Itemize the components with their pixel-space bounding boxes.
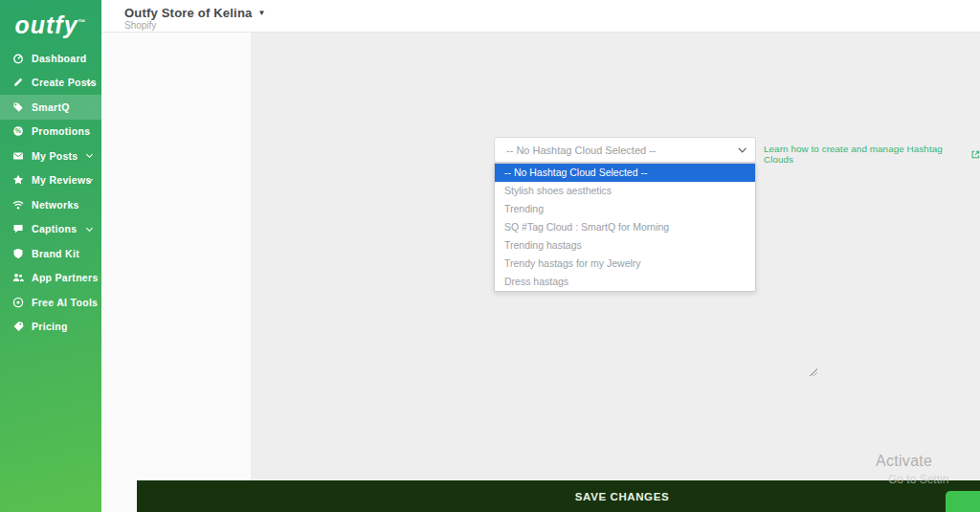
hashtag-clouds-help-link-text: Learn how to create and manage Hashtag C… — [764, 144, 968, 165]
logo-tm: ™ — [78, 18, 87, 27]
dropdown-option[interactable]: Trending — [495, 200, 755, 218]
chevron-down-icon — [86, 224, 93, 231]
sidebar-nav: Dashboard Create Posts SmartQ % Promotio… — [0, 46, 101, 339]
sidebar-item-label: Free AI Tools — [32, 297, 98, 308]
sidebar-item-label: My Posts — [32, 150, 78, 162]
star-icon — [12, 174, 24, 186]
sidebar-item-label: Captions — [32, 223, 77, 234]
textarea-resize-handle[interactable] — [810, 368, 817, 376]
store-name: Outfy Store of Kelina — [124, 6, 253, 20]
sidebar-item-label: Pricing — [32, 321, 68, 332]
activate-watermark-line1: Activate — [876, 453, 932, 470]
wifi-icon — [12, 199, 24, 211]
pencil-icon — [12, 77, 24, 88]
sidebar-item-free-ai-tools[interactable]: Free AI Tools — [0, 290, 101, 315]
hashtag-clouds-help-link[interactable]: Learn how to create and manage Hashtag C… — [764, 144, 980, 165]
sidebar-item-label: Dashboard — [32, 53, 87, 64]
sidebar-item-promotions[interactable]: % Promotions — [0, 120, 101, 145]
chevron-down-icon — [86, 175, 93, 182]
sidebar-item-label: App Partners — [32, 272, 99, 283]
sidebar-item-label: Networks — [32, 199, 79, 211]
dropdown-option[interactable]: Trending hastags — [495, 236, 755, 255]
sidebar-item-label: My Reviews — [32, 174, 92, 186]
sidebar-item-my-posts[interactable]: My Posts — [0, 144, 101, 168]
dropdown-option[interactable]: SQ #Tag Cloud : SmartQ for Morning — [495, 218, 755, 236]
target-icon — [12, 297, 24, 308]
shield-icon — [12, 248, 24, 259]
svg-text:%: % — [15, 128, 22, 135]
gauge-icon — [12, 53, 24, 64]
chevron-down-icon — [738, 145, 746, 152]
dropdown-option[interactable]: Dress hastags — [495, 273, 755, 291]
sidebar-item-app-partners[interactable]: App Partners — [0, 266, 101, 291]
sidebar-item-captions[interactable]: Captions — [0, 217, 101, 242]
chat-bubble-icon — [12, 223, 24, 234]
tag-icon — [12, 101, 24, 113]
sidebar-item-dashboard[interactable]: Dashboard — [0, 46, 101, 71]
sidebar-item-label: Promotions — [32, 125, 90, 137]
activate-watermark-line2: Go to Settin — [888, 473, 948, 486]
save-changes-button[interactable]: SAVE CHANGES — [137, 480, 980, 512]
logo-text: outfy — [14, 11, 78, 38]
envelope-icon — [12, 150, 24, 162]
caret-down-icon: ▼ — [258, 9, 266, 17]
sidebar-item-my-reviews[interactable]: My Reviews — [0, 168, 101, 193]
chevron-down-icon — [86, 151, 93, 158]
people-icon — [12, 272, 24, 283]
chat-widget[interactable] — [946, 491, 980, 512]
hashtag-cloud-select[interactable]: -- No Hashtag Cloud Selected -- — [494, 137, 756, 163]
dropdown-option[interactable]: -- No Hashtag Cloud Selected -- — [495, 164, 755, 182]
sidebar-item-create-posts[interactable]: Create Posts — [0, 71, 101, 96]
sidebar-item-networks[interactable]: Networks — [0, 192, 101, 217]
store-switcher[interactable]: Outfy Store of Kelina▼ — [124, 6, 266, 20]
external-link-icon — [971, 150, 980, 159]
sidebar-item-label: SmartQ — [32, 101, 70, 113]
sidebar: outfy™ Dashboard Create Posts SmartQ % P… — [0, 0, 101, 512]
top-header: Outfy Store of Kelina▼ Shopify — [101, 0, 980, 33]
outfy-logo[interactable]: outfy™ — [0, 0, 101, 39]
save-changes-label: SAVE CHANGES — [575, 491, 669, 502]
sidebar-item-pricing[interactable]: Pricing — [0, 315, 101, 340]
platform-label: Shopify — [124, 20, 156, 31]
hashtag-cloud-select-value: -- No Hashtag Cloud Selected -- — [506, 145, 657, 156]
sidebar-item-smartq[interactable]: SmartQ — [0, 95, 101, 120]
percent-icon: % — [12, 125, 24, 137]
dropdown-option[interactable]: Stylish shoes aesthetics — [495, 182, 755, 200]
sidebar-item-brand-kit[interactable]: Brand Kit — [0, 241, 101, 266]
dropdown-option[interactable]: Trendy hastags for my Jewelry — [495, 255, 755, 273]
hashtag-cloud-dropdown: -- No Hashtag Cloud Selected -- Stylish … — [494, 163, 756, 292]
pricetag-icon — [12, 321, 24, 332]
sidebar-item-label: Brand Kit — [32, 248, 79, 259]
